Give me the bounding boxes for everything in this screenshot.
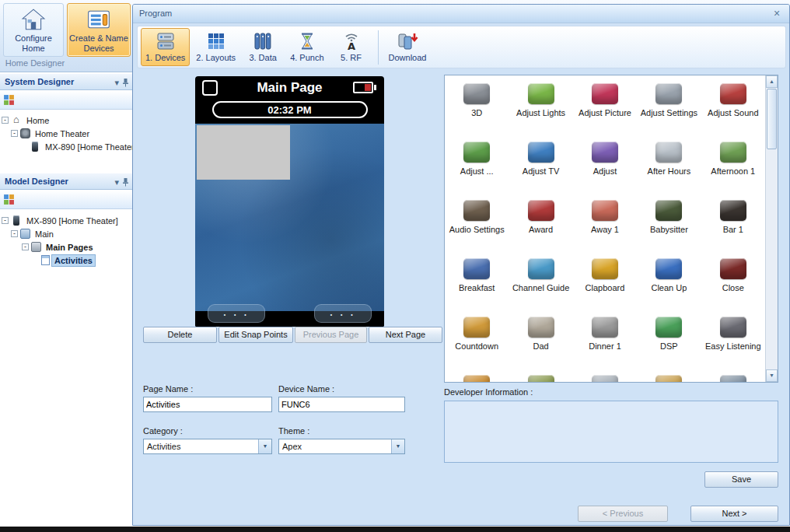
system-designer-tree: - ⌂ Home - Home Theater MX-890 [Home The… <box>0 110 132 173</box>
tree-item-home[interactable]: - ⌂ Home <box>0 114 132 127</box>
remote-simulator[interactable]: Main Page 02:32 PM · · · · · · <box>195 76 384 327</box>
device-icon-item[interactable]: DSP <box>637 312 701 370</box>
device-icon-item[interactable]: Award <box>509 195 572 254</box>
dialog-titlebar[interactable]: Program × <box>133 5 789 23</box>
collapse-expander-icon[interactable]: - <box>2 117 9 124</box>
tree-item-activities[interactable]: Activities <box>0 254 132 267</box>
scrollbar-thumb[interactable] <box>767 89 777 149</box>
sim-softbutton-right[interactable]: · · · <box>314 304 372 323</box>
device-icon <box>463 258 490 279</box>
toolbar-devices-button[interactable]: 1. Devices <box>141 28 190 66</box>
device-icon-item[interactable] <box>573 370 637 382</box>
collapse-expander-icon[interactable]: - <box>2 217 9 224</box>
close-icon[interactable]: × <box>769 5 785 23</box>
device-icon-item[interactable]: Dad <box>509 312 572 370</box>
device-icon-item[interactable]: After Hours <box>637 137 701 195</box>
device-icon-item[interactable]: Close <box>701 254 765 312</box>
panel-tool-icon[interactable] <box>3 94 15 106</box>
scrollbar[interactable]: ▲ ▼ <box>765 75 778 382</box>
device-icon-item[interactable]: Afternoon 1 <box>701 137 765 195</box>
sim-softbutton-left[interactable]: · · · <box>208 304 265 323</box>
device-icon-item[interactable]: Clapboard <box>573 254 637 312</box>
download-icon <box>397 30 418 52</box>
device-icon-item[interactable]: Bar 1 <box>701 195 765 254</box>
next-page-button[interactable]: Next Page <box>369 327 442 343</box>
device-icon-item[interactable]: 3D <box>445 79 509 137</box>
tree-item-mx890[interactable]: MX-890 [Home Theater] <box>0 140 132 153</box>
developer-info-textarea[interactable] <box>444 401 778 463</box>
device-icon-item[interactable]: Easy Listening <box>701 312 765 370</box>
device-icon-panel: 3DAdjust LightsAdjust PictureAdjust Sett… <box>444 75 778 383</box>
previous-button[interactable]: < Previous <box>578 506 668 522</box>
tree-item-main[interactable]: - Main <box>0 227 132 240</box>
developer-info-label: Developer Information : <box>444 387 533 397</box>
device-name-input[interactable] <box>278 397 405 412</box>
device-icon-item[interactable]: Channel Guide <box>509 254 572 312</box>
collapse-expander-icon[interactable]: - <box>11 130 18 137</box>
dropdown-arrow-icon[interactable]: ▼ <box>258 439 271 453</box>
toolbar-data-button[interactable]: 3. Data <box>242 28 284 66</box>
device-icon-item[interactable]: Clean Up <box>637 254 701 312</box>
page-name-label: Page Name : <box>143 384 193 394</box>
page-icon <box>41 255 50 265</box>
pin-icon[interactable] <box>122 177 129 187</box>
device-icon-item[interactable] <box>637 370 701 382</box>
device-icon-item[interactable]: Adjust ... <box>445 137 509 195</box>
toolbar-download-button[interactable]: Download <box>384 28 432 66</box>
delete-button[interactable]: Delete <box>143 327 217 343</box>
save-button[interactable]: Save <box>704 471 778 488</box>
device-icon-item[interactable]: Breakfast <box>445 254 509 312</box>
device-icon-item[interactable]: Audio Settings <box>445 195 509 254</box>
theme-value: Apex <box>279 439 404 453</box>
device-icon-item[interactable]: Adjust Lights <box>509 79 572 137</box>
tree-item-mx890[interactable]: - MX-890 [Home Theater] <box>0 214 132 227</box>
device-icon-item[interactable] <box>509 370 572 382</box>
collapse-expander-icon[interactable]: - <box>22 243 29 250</box>
device-icon-item[interactable]: Dinner 1 <box>573 312 637 370</box>
configure-home-button[interactable]: Configure Home <box>3 3 64 57</box>
data-icon <box>252 30 274 52</box>
device-icon-item[interactable]: Babysitter <box>637 195 701 254</box>
device-icon-item[interactable]: Adjust TV <box>509 137 572 195</box>
tree-label: Home <box>24 115 51 126</box>
device-icon <box>720 375 746 382</box>
create-name-devices-button[interactable]: Create & Name Devices <box>67 3 131 57</box>
device-icon-item[interactable] <box>445 370 509 382</box>
category-dropdown[interactable]: Activities ▼ <box>143 439 272 454</box>
next-button[interactable]: Next > <box>690 506 778 522</box>
chevron-down-icon[interactable]: ▾ <box>114 75 119 91</box>
device-icon-item[interactable]: Away 1 <box>573 195 637 254</box>
previous-page-button[interactable]: Previous Page <box>295 327 367 343</box>
tree-item-home-theater[interactable]: - Home Theater <box>0 127 132 140</box>
tree-label: Main <box>33 229 56 240</box>
device-icon <box>720 83 746 104</box>
sim-placeholder-button[interactable] <box>197 125 290 180</box>
device-icon-item[interactable]: Adjust Settings <box>637 79 701 137</box>
dropdown-arrow-icon[interactable]: ▼ <box>391 439 404 453</box>
device-icon-item[interactable]: Countdown <box>445 312 509 370</box>
toolbar-punch-button[interactable]: 4. Punch <box>285 28 328 66</box>
chevron-down-icon[interactable]: ▾ <box>114 174 119 191</box>
scroll-up-icon[interactable]: ▲ <box>766 75 778 88</box>
device-icon-item[interactable] <box>701 370 765 382</box>
sim-screen[interactable] <box>195 124 384 311</box>
scroll-down-icon[interactable]: ▼ <box>766 369 778 382</box>
device-icon-label: Away 1 <box>591 225 619 234</box>
panel-tool-icon[interactable] <box>3 194 15 205</box>
device-icon-label: Adjust Settings <box>641 108 697 117</box>
tree-label: Home Theater <box>33 128 92 139</box>
toolbar-rf-button[interactable]: A 5. RF <box>330 28 372 66</box>
toolbar-layouts-button[interactable]: 2. Layouts <box>191 28 240 66</box>
device-icon <box>463 142 490 163</box>
theme-dropdown[interactable]: Apex ▼ <box>278 439 405 454</box>
device-icon-item[interactable]: Adjust Picture <box>573 79 637 137</box>
device-icon-item[interactable]: Adjust Sound <box>701 79 765 137</box>
tree-item-main-pages[interactable]: - Main Pages <box>0 240 132 254</box>
collapse-expander-icon[interactable]: - <box>11 230 18 237</box>
edit-snap-points-button[interactable]: Edit Snap Points <box>218 327 293 343</box>
device-icon-label: Channel Guide <box>512 283 569 292</box>
page-name-input[interactable] <box>143 397 272 412</box>
sim-button-row: Delete Edit Snap Points Previous Page Ne… <box>143 327 442 343</box>
device-icon-item[interactable]: Adjust <box>573 137 637 195</box>
pin-icon[interactable] <box>122 78 129 87</box>
